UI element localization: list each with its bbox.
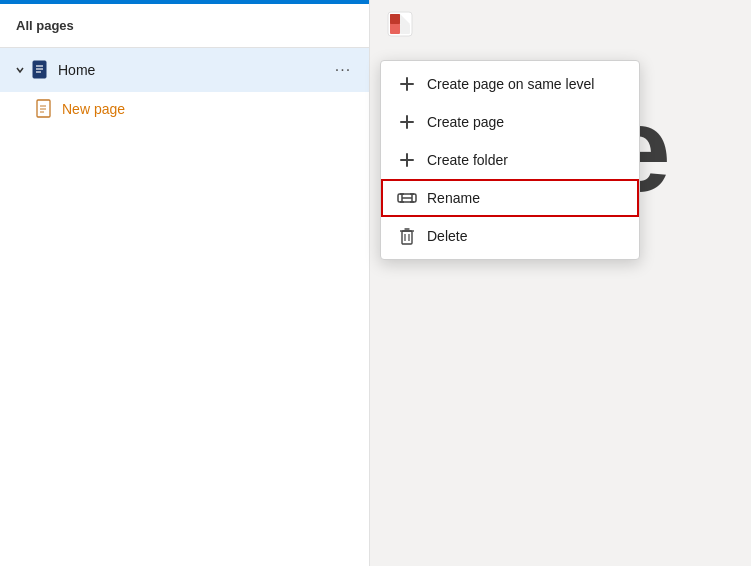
rename-icon [397,188,417,208]
create-page-label: Create page [427,114,504,130]
plus-icon-create-folder [397,150,417,170]
create-same-level-label: Create page on same level [427,76,594,92]
create-folder-label: Create folder [427,152,508,168]
home-page-icon [32,60,50,80]
menu-item-delete[interactable]: Delete [381,217,639,255]
new-page-icon [36,99,54,119]
all-pages-label: All pages [16,18,74,33]
svg-rect-10 [390,14,400,24]
menu-item-create-folder[interactable]: Create folder [381,141,639,179]
tree-item-new-page[interactable]: New page [0,92,369,126]
tree-item-home[interactable]: Home ··· [0,48,369,92]
delete-label: Delete [427,228,467,244]
sidebar-header: All pages [0,4,369,48]
menu-item-rename[interactable]: Rename [381,179,639,217]
main-area: e Create page on same level Create page [370,0,751,566]
rename-label: Rename [427,190,480,206]
svg-rect-12 [400,24,410,34]
top-bar-icon-area [382,6,418,42]
plus-icon-create-page [397,112,417,132]
menu-item-create-same-level[interactable]: Create page on same level [381,65,639,103]
context-menu: Create page on same level Create page Cr… [380,60,640,260]
more-options-button[interactable]: ··· [329,56,357,84]
chevron-down-icon [12,62,28,78]
menu-item-create-page[interactable]: Create page [381,103,639,141]
ellipsis-icon: ··· [335,61,351,79]
new-page-label: New page [62,101,125,117]
home-label: Home [58,62,329,78]
trash-icon [397,226,417,246]
sidebar-content: Home ··· New page [0,48,369,566]
top-accent-bar [0,0,369,4]
sidebar: All pages Home ··· [0,0,370,566]
notebook-icon-button[interactable] [382,6,418,42]
plus-icon-same-level [397,74,417,94]
svg-rect-27 [402,231,412,244]
